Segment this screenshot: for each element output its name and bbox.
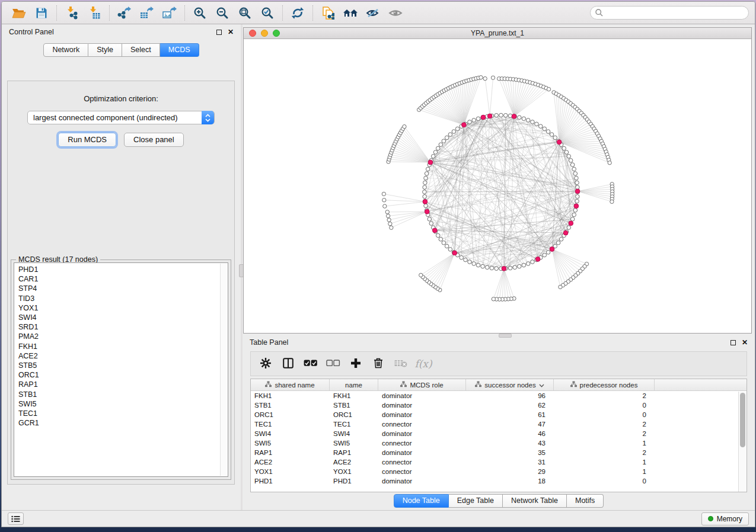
table-scrollbar[interactable] (738, 392, 747, 492)
import-table-button[interactable] (83, 4, 106, 23)
mcds-result-item[interactable]: STB5 (18, 361, 228, 370)
cell-shared_name: TEC1 (251, 421, 330, 428)
network-canvas[interactable] (244, 39, 751, 333)
show-all-icon (388, 8, 403, 18)
open-file-button[interactable] (8, 4, 30, 23)
zoom-fit-button[interactable] (234, 4, 256, 23)
mcds-result-item[interactable]: ACE2 (18, 351, 228, 361)
column-header-name[interactable]: name (330, 379, 378, 390)
close-panel-icon[interactable]: ✕ (228, 30, 234, 35)
table-row[interactable]: SWI4SWI4dominator462 (251, 429, 747, 438)
column-header-predecessor-nodes[interactable]: predecessor nodes (554, 379, 655, 390)
mcds-result-item[interactable]: CAR1 (18, 274, 228, 284)
settings-button[interactable] (257, 354, 275, 373)
task-history-button[interactable] (8, 512, 24, 525)
export-table-button[interactable] (136, 4, 158, 23)
export-network-button[interactable] (113, 4, 136, 23)
cell-successor_nodes: 43 (466, 440, 554, 447)
column-label: predecessor nodes (580, 382, 638, 389)
mcds-result-item[interactable]: YOX1 (18, 303, 228, 313)
export-image-icon (162, 7, 177, 20)
cell-predecessor_nodes: 0 (554, 477, 655, 485)
save-session-icon (36, 7, 47, 19)
mcds-result-item[interactable]: SWI4 (18, 313, 228, 322)
table-row[interactable]: ORC1ORC1dominator610 (251, 410, 747, 419)
tab-network-table[interactable]: Network Table (503, 494, 567, 508)
mcds-result-item[interactable]: PMA2 (18, 332, 228, 341)
mcds-result-item[interactable]: ORC1 (18, 370, 228, 380)
maximize-window-icon[interactable] (273, 30, 280, 37)
apply-layout-button[interactable] (286, 4, 309, 23)
mcds-result-item[interactable]: SWI5 (18, 399, 228, 409)
tab-select[interactable]: Select (122, 43, 160, 57)
zoom-in-button[interactable] (189, 4, 211, 23)
cell-shared_name: PHD1 (251, 477, 330, 485)
cell-mcds_role: connector (378, 459, 466, 466)
import-network-button[interactable] (60, 4, 83, 23)
split-panel-button[interactable] (279, 354, 297, 373)
close-table-panel-icon[interactable]: ✕ (742, 340, 748, 345)
show-all-button[interactable] (384, 4, 407, 23)
table-row[interactable]: TEC1TEC1connector472 (251, 419, 747, 429)
mcds-result-item[interactable]: PHD1 (18, 265, 228, 274)
mcds-result-item[interactable]: TID3 (18, 294, 228, 303)
close-panel-button[interactable]: Close panel (124, 133, 184, 147)
mcds-result-item[interactable]: STP4 (18, 284, 228, 293)
zoom-out-button[interactable] (211, 4, 234, 23)
add-column-icon (350, 358, 361, 370)
zoom-selected-button[interactable] (256, 4, 279, 23)
export-image-button[interactable] (158, 4, 181, 23)
search-input[interactable] (607, 9, 744, 17)
column-label: successor nodes (484, 382, 535, 389)
column-header-successor-nodes[interactable]: successor nodes (466, 379, 554, 390)
mcds-result-item[interactable]: STB1 (18, 390, 228, 399)
search-box[interactable] (590, 6, 749, 20)
table-row[interactable]: PHD1PHD1dominator180 (251, 476, 747, 486)
memory-button[interactable]: Memory (701, 512, 749, 525)
tab-node-table[interactable]: Node Table (394, 494, 449, 508)
save-session-button[interactable] (30, 4, 53, 23)
deselect-all-button[interactable] (324, 354, 342, 373)
column-label: name (345, 382, 362, 389)
column-header-MCDS-role[interactable]: MCDS role (378, 379, 466, 390)
mcds-result-item[interactable]: FKH1 (18, 342, 228, 351)
mcds-result-item[interactable]: TEC1 (18, 409, 228, 418)
delete-column-button[interactable] (369, 354, 387, 373)
minimize-window-icon[interactable] (261, 30, 268, 37)
tab-mcds[interactable]: MCDS (160, 43, 199, 57)
mcds-list-scrollbar[interactable] (220, 264, 227, 476)
table-row[interactable]: FKH1FKH1dominator962 (251, 391, 747, 400)
mcds-result-item[interactable]: GCR1 (18, 418, 228, 428)
tab-motifs[interactable]: Motifs (567, 494, 604, 508)
column-header-shared-name[interactable]: shared name (251, 379, 330, 390)
float-panel-icon[interactable] (216, 30, 222, 35)
table-row[interactable]: ACE2ACE2connector311 (251, 457, 747, 467)
table-row[interactable]: YOX1YOX1connector291 (251, 467, 747, 476)
mcds-result-item[interactable]: SRD1 (18, 322, 228, 332)
table-row[interactable]: STB1STB1dominator620 (251, 400, 747, 410)
optimization-criterion-dropdown[interactable]: largest connected component (undirected) (27, 111, 215, 124)
horizontal-splitter-handle[interactable] (499, 334, 512, 338)
select-all-icon (304, 360, 318, 368)
hide-selected-button[interactable] (362, 4, 384, 23)
close-window-icon[interactable] (249, 30, 256, 37)
table-scrollbar-thumb[interactable] (740, 393, 745, 447)
select-all-button[interactable] (302, 354, 320, 373)
mcds-result-list[interactable]: PHD1CAR1STP4TID3YOX1SWI4SRD1PMA2FKH1ACE2… (14, 262, 228, 477)
table-row[interactable]: SWI5SWI5connector431 (251, 438, 747, 448)
main-toolbar (2, 2, 755, 24)
sort-desc-icon (539, 382, 544, 389)
tab-network[interactable]: Network (43, 43, 88, 57)
clone-network-button[interactable] (317, 4, 339, 23)
mcds-result-item[interactable]: RAP1 (18, 380, 228, 389)
network-window-titlebar[interactable]: YPA_prune.txt_1 (244, 28, 751, 39)
tab-style[interactable]: Style (88, 43, 122, 57)
float-table-panel-icon[interactable] (731, 340, 736, 345)
tab-edge-table[interactable]: Edge Table (449, 494, 503, 508)
network-graph[interactable] (244, 39, 751, 333)
hide-selected-icon (366, 8, 380, 18)
table-row[interactable]: RAP1RAP1dominator352 (251, 448, 747, 457)
add-column-button[interactable] (347, 354, 365, 373)
first-neighbors-button[interactable] (339, 4, 362, 23)
run-mcds-button[interactable]: Run MCDS (58, 133, 116, 147)
